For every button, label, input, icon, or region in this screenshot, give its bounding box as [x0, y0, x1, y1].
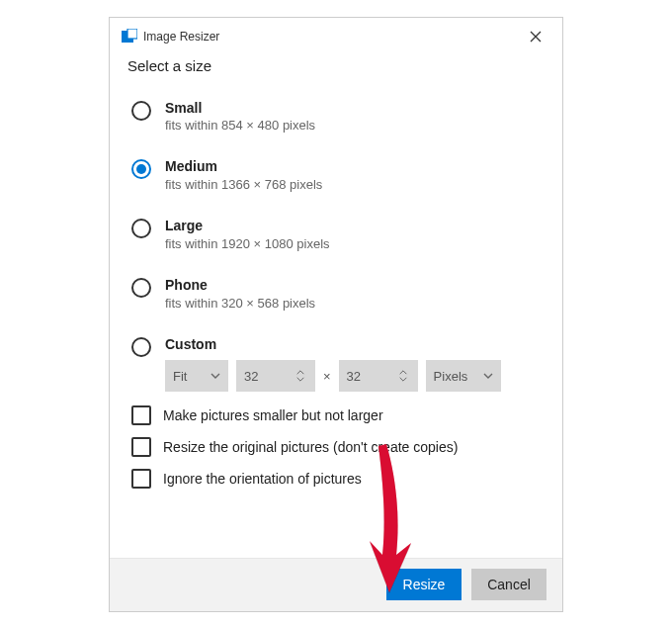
radio-small[interactable] [131, 101, 151, 121]
cancel-button[interactable]: Cancel [471, 569, 546, 600]
radio-large[interactable] [131, 219, 151, 238]
option-small[interactable]: Small fits within 854 × 480 pixels [131, 100, 545, 134]
times-separator: × [323, 369, 331, 384]
resize-button[interactable]: Resize [386, 569, 462, 600]
dialog-content: Select a size Small fits within 854 × 48… [110, 51, 562, 558]
custom-controls: Fit 32 × 32 [165, 360, 545, 392]
height-input[interactable]: 32 [339, 360, 418, 392]
close-icon [530, 31, 542, 43]
option-phone[interactable]: Phone fits within 320 × 568 pixels [131, 277, 545, 311]
radio-custom[interactable] [131, 337, 151, 357]
option-medium[interactable]: Medium fits within 1366 × 768 pixels [131, 158, 545, 192]
option-custom[interactable]: Custom Fit 32 × [131, 336, 545, 393]
checkbox-label: Ignore the orientation of pictures [163, 471, 362, 487]
window-title: Image Resizer [143, 30, 219, 44]
option-subtext: fits within 1366 × 768 pixels [165, 177, 322, 192]
checkbox-label: Resize the original pictures (don't crea… [163, 439, 458, 455]
checkbox-orientation[interactable] [131, 469, 151, 489]
option-checkboxes: Make pictures smaller but not larger Res… [127, 405, 545, 489]
fit-mode-select[interactable]: Fit [165, 360, 228, 392]
option-label: Custom [165, 336, 545, 353]
option-large[interactable]: Large fits within 1920 × 1080 pixels [131, 218, 545, 251]
option-label: Large [165, 218, 330, 234]
checkbox-row-original[interactable]: Resize the original pictures (don't crea… [131, 437, 545, 457]
image-resizer-dialog: Image Resizer Select a size Small fits w… [109, 17, 563, 612]
checkbox-label: Make pictures smaller but not larger [163, 407, 383, 423]
unit-select[interactable]: Pixels [426, 360, 501, 392]
checkbox-row-orientation[interactable]: Ignore the orientation of pictures [131, 469, 545, 489]
radio-medium[interactable] [131, 159, 151, 179]
checkbox-original[interactable] [131, 437, 151, 457]
chevron-down-icon [483, 371, 493, 381]
option-subtext: fits within 1920 × 1080 pixels [165, 236, 330, 251]
close-button[interactable] [521, 25, 550, 48]
svg-rect-1 [127, 29, 137, 39]
option-subtext: fits within 854 × 480 pixels [165, 118, 315, 133]
option-label: Medium [165, 158, 322, 175]
option-label: Phone [165, 277, 315, 294]
width-input[interactable]: 32 [236, 360, 315, 392]
stepper-icon [398, 368, 410, 384]
chevron-down-icon [210, 371, 220, 381]
titlebar: Image Resizer [110, 18, 562, 51]
size-options: Small fits within 854 × 480 pixels Mediu… [127, 100, 545, 393]
select-size-heading: Select a size [127, 57, 545, 74]
app-icon [122, 29, 137, 45]
radio-phone[interactable] [131, 278, 151, 298]
dialog-footer: Resize Cancel [110, 558, 562, 611]
stepper-icon [295, 368, 307, 384]
option-label: Small [165, 100, 315, 117]
checkbox-row-smaller[interactable]: Make pictures smaller but not larger [131, 405, 545, 425]
option-subtext: fits within 320 × 568 pixels [165, 296, 315, 311]
checkbox-smaller[interactable] [131, 405, 151, 425]
